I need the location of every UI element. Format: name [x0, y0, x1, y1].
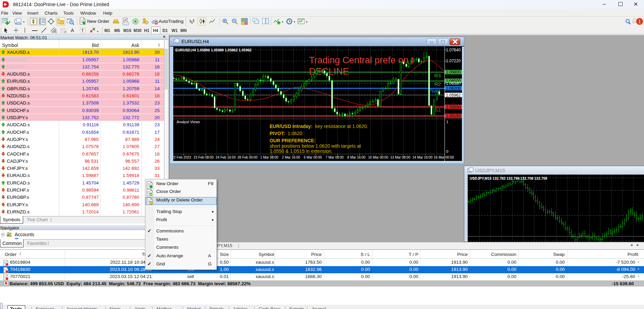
svg-text:F: F	[65, 31, 66, 33]
svg-text:E: E	[55, 31, 57, 33]
svg-text:R2: R2	[434, 81, 441, 87]
svg-text:1: 1	[638, 19, 641, 24]
svg-text:1.07220: 1.07220	[446, 59, 461, 63]
svg-text:1: 1	[446, 120, 448, 124]
svg-text:2 Mar 16:00: 2 Mar 16:00	[282, 156, 300, 159]
svg-text:1.06200: 1.06200	[446, 86, 461, 91]
svg-text:23 Feb 08:00: 23 Feb 08:00	[194, 156, 214, 159]
svg-text:8 Mar 16:00: 8 Mar 16:00	[347, 156, 366, 159]
svg-text:22 Feb 2023: 22 Feb 2023	[173, 156, 191, 159]
svg-text:Trading Central prefe on t: Trading Central prefe on t	[309, 55, 414, 65]
svg-text:EUR/USD Intraday: key resista: EUR/USD Intraday: key resistance at 1.06…	[270, 124, 368, 129]
svg-text:S1: S1	[435, 107, 441, 113]
svg-text:.Analyst Views: .Analyst Views	[176, 120, 200, 124]
svg-text:1.0550 & 1.0515 in extension.: 1.0550 & 1.0515 in extension.	[270, 148, 333, 154]
svg-text:28 Feb 00:00: 28 Feb 00:00	[238, 156, 258, 159]
svg-text:1.06380: 1.06380	[446, 81, 461, 86]
svg-text:13 Mar 08:00: 13 Mar 08:00	[390, 156, 410, 159]
svg-text:1.05150: 1.05150	[446, 114, 461, 118]
svg-text:EURUSD,H4 1.05896 1.05989 1.0: EURUSD,H4 1.05896 1.05989 1.05862 1.0596…	[175, 48, 252, 52]
svg-text:T: T	[81, 28, 84, 33]
svg-text:PIVOT: 1.0620: PIVOT: 1.0620	[270, 131, 302, 136]
svg-text:1.06800: 1.06800	[446, 70, 461, 75]
svg-text:0: 0	[446, 149, 448, 153]
svg-text:24 Feb 16:00: 24 Feb 16:00	[216, 156, 236, 159]
svg-text:1.05962: 1.05962	[446, 93, 461, 98]
svg-text:1.07640: 1.07640	[446, 48, 461, 52]
svg-text:7 Mar 08:00: 7 Mar 08:00	[325, 156, 344, 159]
svg-text:1 Mar 08:00: 1 Mar 08:00	[260, 156, 278, 159]
svg-text:short positions below 1.0620 w: short positions below 1.0620 with target…	[270, 143, 361, 149]
svg-text:14 Mar 16:00: 14 Mar 16:00	[413, 156, 433, 159]
svg-text:6 Mar 00:00: 6 Mar 00:00	[304, 156, 322, 159]
svg-text:OUR PREFERENCE:: OUR PREFERENCE:	[270, 138, 316, 143]
svg-text:10 Mar 00:00: 10 Mar 00:00	[368, 156, 388, 159]
svg-text:USDJPY,M15 132.783 132.799 13: USDJPY,M15 132.783 132.799 132.708 132.7…	[470, 176, 547, 180]
svg-text:1.05500: 1.05500	[446, 105, 461, 110]
svg-text:R3: R3	[434, 72, 441, 78]
svg-text:16 Mar 00:00: 16 Mar 00:00	[434, 156, 454, 159]
